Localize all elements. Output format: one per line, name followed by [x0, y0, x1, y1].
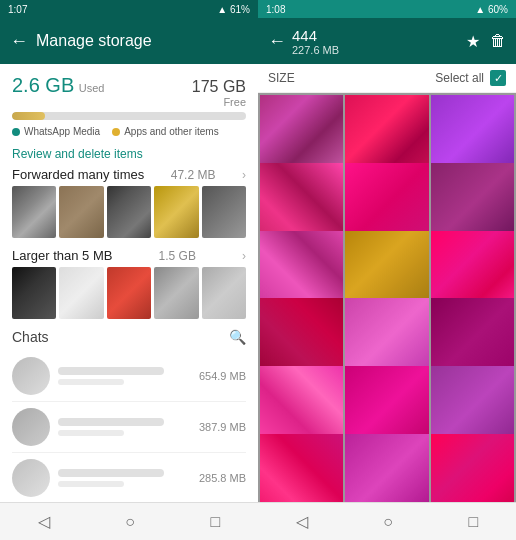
- forwarded-thumbnails: [12, 186, 246, 238]
- left-nav-back[interactable]: ◁: [38, 512, 50, 531]
- right-nav-back[interactable]: ◁: [296, 512, 308, 531]
- larger-row[interactable]: Larger than 5 MB 1.5 GB ›: [12, 248, 246, 263]
- legend-whatsapp: WhatsApp Media: [12, 126, 100, 137]
- select-all-checkbox[interactable]: ✓: [490, 70, 506, 86]
- free-size: 175 GB: [192, 78, 246, 96]
- right-nav-square[interactable]: □: [469, 513, 479, 531]
- chat-search-icon[interactable]: 🔍: [229, 329, 246, 345]
- apps-label: Apps and other items: [124, 126, 219, 137]
- left-bottom-nav: ◁ ○ □: [0, 502, 258, 540]
- left-nav-home[interactable]: ○: [125, 513, 135, 531]
- large-thumb-2: [59, 267, 103, 319]
- thumb-3: [107, 186, 151, 238]
- used-label: Used: [79, 82, 105, 94]
- right-back-button[interactable]: ←: [268, 31, 286, 52]
- select-all-area[interactable]: Select all ✓: [435, 70, 506, 86]
- size-bar: SIZE Select all ✓: [258, 64, 516, 93]
- storage-progress-bg: [12, 112, 246, 120]
- right-time: 1:08: [266, 4, 285, 15]
- page-title: Manage storage: [36, 32, 248, 50]
- chat-sub-0: [58, 379, 124, 385]
- chat-name-2: [58, 469, 164, 477]
- larger-thumbnails: [12, 267, 246, 319]
- thumb-1: [12, 186, 56, 238]
- thumb-2: [59, 186, 103, 238]
- right-panel: 1:08 ▲ 60% ← 444 227.6 MB ★ 🗑 SIZE Selec…: [258, 0, 516, 540]
- right-nav-home[interactable]: ○: [383, 513, 393, 531]
- thumb-4: [154, 186, 198, 238]
- size-label: SIZE: [268, 71, 295, 85]
- apps-dot: [112, 128, 120, 136]
- chat-info-2: [58, 469, 191, 487]
- forwarded-chevron: ›: [242, 168, 246, 182]
- large-thumb-5: [202, 267, 246, 319]
- media-cell-16[interactable]: [345, 434, 428, 502]
- storage-progress-fill: [12, 112, 45, 120]
- whatsapp-dot: [12, 128, 20, 136]
- right-toolbar-info: 444 227.6 MB: [292, 27, 460, 56]
- review-section-header: Review and delete items: [12, 147, 246, 161]
- chat-item-2[interactable]: 285.8 MB: [12, 453, 246, 502]
- chat-sub-1: [58, 430, 124, 436]
- contact-size: 227.6 MB: [292, 44, 460, 56]
- chats-header: Chats 🔍: [12, 329, 246, 345]
- storage-bar-section: 2.6 GB Used 175 GB Free WhatsApp Media: [12, 74, 246, 137]
- chat-info-0: [58, 367, 191, 385]
- large-thumb-1: [12, 267, 56, 319]
- right-signal-text: ▲ 60%: [475, 4, 508, 15]
- larger-size: 1.5 GB: [159, 249, 196, 263]
- select-all-label: Select all: [435, 71, 484, 85]
- large-thumb-3: [107, 267, 151, 319]
- larger-chevron: ›: [242, 249, 246, 263]
- storage-numbers: 2.6 GB Used 175 GB Free: [12, 74, 246, 108]
- used-info: 2.6 GB Used: [12, 74, 104, 97]
- chat-name-0: [58, 367, 164, 375]
- avatar-1: [12, 408, 50, 446]
- left-time: 1:07: [8, 4, 27, 15]
- right-toolbar-icons: ★ 🗑: [466, 32, 506, 51]
- media-cell-17[interactable]: [431, 434, 514, 502]
- left-toolbar: ← Manage storage: [0, 18, 258, 64]
- used-size: 2.6 GB: [12, 74, 74, 96]
- chat-name-1: [58, 418, 164, 426]
- chat-size-0: 654.9 MB: [199, 370, 246, 382]
- storage-legend: WhatsApp Media Apps and other items: [12, 126, 246, 137]
- left-status-bar: 1:07 ▲ 61%: [0, 0, 258, 18]
- free-label: Free: [192, 96, 246, 108]
- chat-info-1: [58, 418, 191, 436]
- thumb-5: [202, 186, 246, 238]
- storage-content: 2.6 GB Used 175 GB Free WhatsApp Media: [0, 64, 258, 502]
- avatar-0: [12, 357, 50, 395]
- chat-item-0[interactable]: 654.9 MB: [12, 351, 246, 402]
- chat-size-1: 387.9 MB: [199, 421, 246, 433]
- right-toolbar: ← 444 227.6 MB ★ 🗑: [258, 18, 516, 64]
- right-status-bar: 1:08 ▲ 60%: [258, 0, 516, 18]
- back-button[interactable]: ←: [10, 31, 28, 52]
- whatsapp-label: WhatsApp Media: [24, 126, 100, 137]
- left-signal-text: ▲ 61%: [217, 4, 250, 15]
- chat-size-2: 285.8 MB: [199, 472, 246, 484]
- large-thumb-4: [154, 267, 198, 319]
- media-cell-15[interactable]: [260, 434, 343, 502]
- delete-icon[interactable]: 🗑: [490, 32, 506, 51]
- chat-item-1[interactable]: 387.9 MB: [12, 402, 246, 453]
- avatar-2: [12, 459, 50, 497]
- chats-title: Chats: [12, 329, 49, 345]
- right-signal-icons: ▲ 60%: [475, 4, 508, 15]
- left-signal-icons: ▲ 61%: [217, 4, 250, 15]
- contact-name: 444: [292, 27, 460, 44]
- left-nav-square[interactable]: □: [211, 513, 221, 531]
- left-panel: 1:07 ▲ 61% ← Manage storage 2.6 GB Used …: [0, 0, 258, 540]
- forwarded-row[interactable]: Forwarded many times 47.2 MB ›: [12, 167, 246, 182]
- forwarded-label: Forwarded many times: [12, 167, 144, 182]
- free-info: 175 GB Free: [192, 78, 246, 108]
- legend-apps: Apps and other items: [112, 126, 219, 137]
- star-icon[interactable]: ★: [466, 32, 480, 51]
- media-grid: [258, 93, 516, 502]
- forwarded-size: 47.2 MB: [171, 168, 216, 182]
- chat-sub-2: [58, 481, 124, 487]
- larger-label: Larger than 5 MB: [12, 248, 112, 263]
- right-bottom-nav: ◁ ○ □: [258, 502, 516, 540]
